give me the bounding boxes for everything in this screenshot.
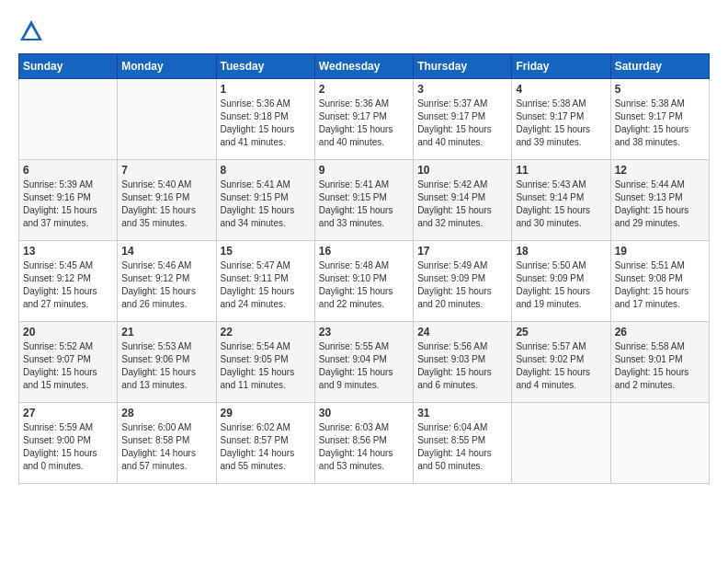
cell-line: Sunrise: 5:44 AM	[615, 178, 705, 191]
logo-icon	[18, 18, 44, 44]
calendar-cell: 22Sunrise: 5:54 AMSunset: 9:05 PMDayligh…	[216, 322, 314, 403]
cell-line: and 50 minutes.	[417, 460, 507, 473]
calendar-cell: 27Sunrise: 5:59 AMSunset: 9:00 PMDayligh…	[19, 403, 118, 484]
cell-line: Daylight: 15 hours	[23, 366, 113, 379]
calendar-cell: 9Sunrise: 5:41 AMSunset: 9:15 PMDaylight…	[314, 160, 413, 241]
cell-line: Sunset: 9:15 PM	[319, 191, 409, 204]
cell-line: Daylight: 15 hours	[319, 123, 409, 136]
cell-line: Sunset: 9:17 PM	[516, 110, 606, 123]
cell-line: Daylight: 15 hours	[417, 123, 507, 136]
cell-line: and 39 minutes.	[516, 136, 606, 149]
cell-line: Sunset: 9:12 PM	[121, 272, 211, 285]
cell-line: Sunset: 9:00 PM	[23, 434, 113, 447]
cell-line: Sunset: 9:17 PM	[615, 110, 705, 123]
calendar-cell: 10Sunrise: 5:42 AMSunset: 9:14 PMDayligh…	[414, 160, 512, 241]
calendar-cell: 2Sunrise: 5:36 AMSunset: 9:17 PMDaylight…	[314, 79, 413, 160]
calendar-cell: 14Sunrise: 5:46 AMSunset: 9:12 PMDayligh…	[118, 241, 216, 322]
calendar-cell	[118, 79, 216, 160]
day-number: 2	[319, 83, 409, 96]
cell-line: Sunset: 9:10 PM	[319, 272, 409, 285]
cell-line: Daylight: 15 hours	[516, 285, 606, 298]
page-header	[18, 18, 710, 44]
day-number: 6	[23, 164, 113, 177]
week-row-3: 13Sunrise: 5:45 AMSunset: 9:12 PMDayligh…	[19, 241, 710, 322]
day-number: 27	[23, 407, 113, 419]
calendar-cell: 16Sunrise: 5:48 AMSunset: 9:10 PMDayligh…	[314, 241, 413, 322]
cell-line: Sunrise: 5:59 AM	[23, 421, 113, 434]
cell-line: and 35 minutes.	[121, 217, 211, 230]
cell-line: Sunrise: 5:41 AM	[319, 178, 409, 191]
cell-line: Daylight: 15 hours	[516, 204, 606, 217]
cell-line: Sunset: 9:02 PM	[516, 353, 606, 366]
cell-line: Sunrise: 5:43 AM	[516, 178, 606, 191]
day-header-sunday: Sunday	[19, 54, 118, 79]
cell-line: Daylight: 15 hours	[417, 204, 507, 217]
cell-line: and 41 minutes.	[221, 136, 311, 149]
calendar-cell	[19, 79, 118, 160]
cell-line: and 15 minutes.	[23, 379, 113, 392]
calendar-cell: 18Sunrise: 5:50 AMSunset: 9:09 PMDayligh…	[512, 241, 610, 322]
calendar-cell: 6Sunrise: 5:39 AMSunset: 9:16 PMDaylight…	[19, 160, 118, 241]
day-number: 7	[121, 164, 211, 177]
cell-line: Sunset: 8:57 PM	[221, 434, 311, 447]
cell-line: Daylight: 15 hours	[221, 366, 311, 379]
header-row: SundayMondayTuesdayWednesdayThursdayFrid…	[19, 54, 710, 79]
calendar-cell: 7Sunrise: 5:40 AMSunset: 9:16 PMDaylight…	[118, 160, 216, 241]
day-number: 11	[516, 164, 606, 177]
cell-line: and 9 minutes.	[319, 379, 409, 392]
cell-line: Sunrise: 5:42 AM	[417, 178, 507, 191]
cell-line: Daylight: 15 hours	[417, 366, 507, 379]
cell-line: and 55 minutes.	[221, 460, 311, 473]
calendar-cell: 13Sunrise: 5:45 AMSunset: 9:12 PMDayligh…	[19, 241, 118, 322]
day-number: 18	[516, 245, 606, 258]
cell-line: Daylight: 15 hours	[516, 123, 606, 136]
day-header-wednesday: Wednesday	[314, 54, 413, 79]
cell-line: Sunrise: 5:37 AM	[417, 98, 507, 110]
cell-line: Sunrise: 5:48 AM	[319, 259, 409, 272]
cell-line: Sunrise: 5:41 AM	[221, 178, 311, 191]
cell-line: and 57 minutes.	[121, 460, 211, 473]
cell-line: and 33 minutes.	[319, 217, 409, 230]
day-number: 22	[221, 326, 311, 339]
cell-line: Sunset: 9:11 PM	[221, 272, 311, 285]
cell-line: Sunrise: 5:53 AM	[121, 340, 211, 353]
calendar-cell: 28Sunrise: 6:00 AMSunset: 8:58 PMDayligh…	[118, 403, 216, 484]
day-number: 3	[417, 83, 507, 96]
day-header-saturday: Saturday	[610, 54, 709, 79]
calendar-cell: 20Sunrise: 5:52 AMSunset: 9:07 PMDayligh…	[19, 322, 118, 403]
cell-line: Sunrise: 5:39 AM	[23, 178, 113, 191]
calendar-header: SundayMondayTuesdayWednesdayThursdayFrid…	[19, 54, 710, 79]
calendar-cell: 26Sunrise: 5:58 AMSunset: 9:01 PMDayligh…	[610, 322, 709, 403]
week-row-1: 1Sunrise: 5:36 AMSunset: 9:18 PMDaylight…	[19, 79, 710, 160]
cell-line: Daylight: 15 hours	[615, 204, 705, 217]
cell-line: Sunrise: 6:02 AM	[221, 421, 311, 434]
cell-line: Sunset: 9:09 PM	[516, 272, 606, 285]
cell-line: Sunset: 9:05 PM	[221, 353, 311, 366]
cell-line: Sunset: 8:55 PM	[417, 434, 507, 447]
cell-line: Sunrise: 5:38 AM	[516, 98, 606, 110]
cell-line: and 29 minutes.	[615, 217, 705, 230]
day-number: 19	[615, 245, 705, 258]
cell-line: Sunset: 9:12 PM	[23, 272, 113, 285]
calendar-cell: 1Sunrise: 5:36 AMSunset: 9:18 PMDaylight…	[216, 79, 314, 160]
cell-line: Daylight: 15 hours	[319, 366, 409, 379]
calendar-cell: 24Sunrise: 5:56 AMSunset: 9:03 PMDayligh…	[414, 322, 512, 403]
cell-line: and 2 minutes.	[615, 379, 705, 392]
cell-line: Daylight: 15 hours	[319, 285, 409, 298]
calendar-cell	[610, 403, 709, 484]
cell-line: Daylight: 15 hours	[221, 123, 311, 136]
day-number: 16	[319, 245, 409, 258]
day-number: 14	[121, 245, 211, 258]
calendar-cell: 30Sunrise: 6:03 AMSunset: 8:56 PMDayligh…	[314, 403, 413, 484]
day-number: 10	[417, 164, 507, 177]
day-header-monday: Monday	[118, 54, 216, 79]
calendar-cell: 19Sunrise: 5:51 AMSunset: 9:08 PMDayligh…	[610, 241, 709, 322]
cell-line: Sunrise: 5:36 AM	[221, 98, 311, 110]
calendar-cell	[512, 403, 610, 484]
cell-line: and 17 minutes.	[615, 298, 705, 311]
cell-line: Daylight: 14 hours	[121, 447, 211, 460]
cell-line: and 13 minutes.	[121, 379, 211, 392]
cell-line: Sunset: 9:06 PM	[121, 353, 211, 366]
cell-line: Sunset: 9:01 PM	[615, 353, 705, 366]
cell-line: Sunset: 9:08 PM	[615, 272, 705, 285]
